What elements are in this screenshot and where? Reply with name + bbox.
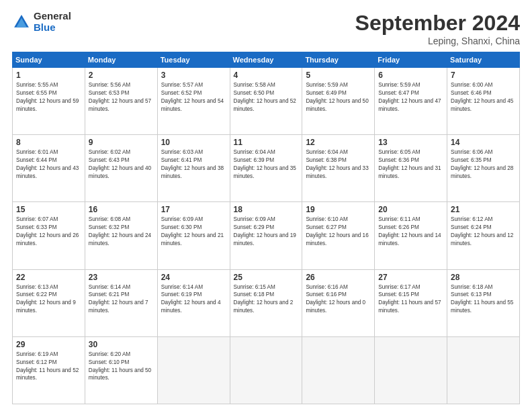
cell-w4-2 bbox=[157, 336, 230, 404]
col-wednesday: Wednesday bbox=[230, 52, 302, 68]
cell-w3-1: 23Sunrise: 6:14 AMSunset: 6:21 PMDayligh… bbox=[85, 269, 157, 336]
cell-w3-2: 24Sunrise: 6:14 AMSunset: 6:19 PMDayligh… bbox=[157, 269, 230, 336]
cell-w4-0: 29Sunrise: 6:19 AMSunset: 6:12 PMDayligh… bbox=[13, 336, 85, 404]
calendar-week-4: 29Sunrise: 6:19 AMSunset: 6:12 PMDayligh… bbox=[13, 336, 520, 404]
calendar-week-2: 15Sunrise: 6:07 AMSunset: 6:33 PMDayligh… bbox=[13, 202, 520, 269]
cell-1: 1Sunrise: 5:55 AMSunset: 6:55 PMDaylight… bbox=[13, 68, 85, 135]
cell-w4-1: 30Sunrise: 6:20 AMSunset: 6:10 PMDayligh… bbox=[85, 336, 157, 404]
cell-w1-3: 11Sunrise: 6:04 AMSunset: 6:39 PMDayligh… bbox=[230, 135, 302, 202]
cell-w1-5: 13Sunrise: 6:05 AMSunset: 6:36 PMDayligh… bbox=[375, 135, 447, 202]
calendar-week-1: 8Sunrise: 6:01 AMSunset: 6:44 PMDaylight… bbox=[13, 135, 520, 202]
location-subtitle: Leping, Shanxi, China bbox=[355, 36, 520, 46]
calendar-page: General Blue September 2024 Leping, Shan… bbox=[0, 0, 532, 411]
col-sunday: Sunday bbox=[13, 52, 85, 68]
col-saturday: Saturday bbox=[447, 52, 520, 68]
calendar-week-0: 1Sunrise: 5:55 AMSunset: 6:55 PMDaylight… bbox=[13, 68, 520, 135]
logo-text: General Blue bbox=[34, 11, 71, 33]
cell-w2-2: 17Sunrise: 6:09 AMSunset: 6:30 PMDayligh… bbox=[157, 202, 230, 269]
col-thursday: Thursday bbox=[302, 52, 375, 68]
cell-w1-0: 8Sunrise: 6:01 AMSunset: 6:44 PMDaylight… bbox=[13, 135, 85, 202]
logo-general: General bbox=[34, 11, 71, 22]
cell-w2-6: 21Sunrise: 6:12 AMSunset: 6:24 PMDayligh… bbox=[447, 202, 520, 269]
header: General Blue September 2024 Leping, Shan… bbox=[12, 11, 520, 46]
cell-w2-4: 19Sunrise: 6:10 AMSunset: 6:27 PMDayligh… bbox=[302, 202, 375, 269]
header-row: Sunday Monday Tuesday Wednesday Thursday… bbox=[13, 52, 520, 68]
title-block: September 2024 Leping, Shanxi, China bbox=[355, 11, 520, 46]
cell-w4-6 bbox=[447, 336, 520, 404]
logo-icon bbox=[12, 13, 31, 32]
cell-w3-5: 27Sunrise: 6:17 AMSunset: 6:15 PMDayligh… bbox=[375, 269, 447, 336]
col-friday: Friday bbox=[375, 52, 447, 68]
col-monday: Monday bbox=[85, 52, 157, 68]
logo-blue: Blue bbox=[34, 22, 71, 34]
calendar-table: Sunday Monday Tuesday Wednesday Thursday… bbox=[12, 52, 520, 404]
cell-w3-4: 26Sunrise: 6:16 AMSunset: 6:16 PMDayligh… bbox=[302, 269, 375, 336]
cell-w1-6: 14Sunrise: 6:06 AMSunset: 6:35 PMDayligh… bbox=[447, 135, 520, 202]
cell-w2-3: 18Sunrise: 6:09 AMSunset: 6:29 PMDayligh… bbox=[230, 202, 302, 269]
cell-w2-5: 20Sunrise: 6:11 AMSunset: 6:26 PMDayligh… bbox=[375, 202, 447, 269]
month-title: September 2024 bbox=[355, 11, 520, 36]
cell-w1-2: 10Sunrise: 6:03 AMSunset: 6:41 PMDayligh… bbox=[157, 135, 230, 202]
cell-w2-0: 15Sunrise: 6:07 AMSunset: 6:33 PMDayligh… bbox=[13, 202, 85, 269]
cell-w1-4: 12Sunrise: 6:04 AMSunset: 6:38 PMDayligh… bbox=[302, 135, 375, 202]
col-tuesday: Tuesday bbox=[157, 52, 230, 68]
cell-w4-3 bbox=[230, 336, 302, 404]
cell-w1-1: 9Sunrise: 6:02 AMSunset: 6:43 PMDaylight… bbox=[85, 135, 157, 202]
logo: General Blue bbox=[12, 11, 71, 33]
cell-w0-5: 6Sunrise: 5:59 AMSunset: 6:47 PMDaylight… bbox=[375, 68, 447, 135]
calendar-week-3: 22Sunrise: 6:13 AMSunset: 6:22 PMDayligh… bbox=[13, 269, 520, 336]
cell-w4-4 bbox=[302, 336, 375, 404]
cell-w3-0: 22Sunrise: 6:13 AMSunset: 6:22 PMDayligh… bbox=[13, 269, 85, 336]
cell-w0-6: 7Sunrise: 6:00 AMSunset: 6:46 PMDaylight… bbox=[447, 68, 520, 135]
cell-w3-6: 28Sunrise: 6:18 AMSunset: 6:13 PMDayligh… bbox=[447, 269, 520, 336]
cell-w0-2: 3Sunrise: 5:57 AMSunset: 6:52 PMDaylight… bbox=[157, 68, 230, 135]
cell-w2-1: 16Sunrise: 6:08 AMSunset: 6:32 PMDayligh… bbox=[85, 202, 157, 269]
cell-w0-3: 4Sunrise: 5:58 AMSunset: 6:50 PMDaylight… bbox=[230, 68, 302, 135]
cell-w4-5 bbox=[375, 336, 447, 404]
cell-w0-4: 5Sunrise: 5:59 AMSunset: 6:49 PMDaylight… bbox=[302, 68, 375, 135]
cell-w3-3: 25Sunrise: 6:15 AMSunset: 6:18 PMDayligh… bbox=[230, 269, 302, 336]
cell-w0-1: 2Sunrise: 5:56 AMSunset: 6:53 PMDaylight… bbox=[85, 68, 157, 135]
